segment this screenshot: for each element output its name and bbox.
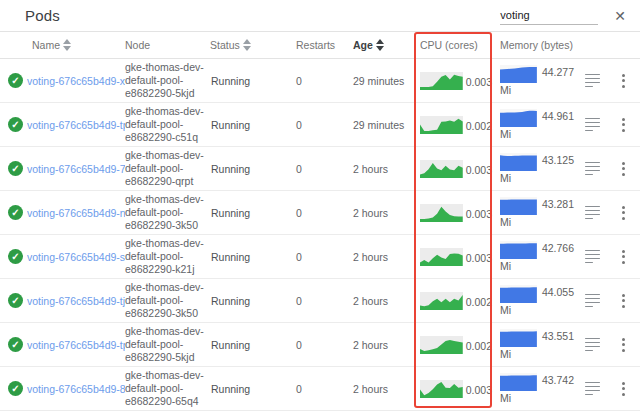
cpu-value: 0.002 xyxy=(466,297,492,310)
memory-unit: Mi xyxy=(500,172,574,184)
pod-name-link[interactable]: voting-676c65b4d9-srl xyxy=(27,251,125,263)
page-header: Pods voting ✕ xyxy=(0,0,640,32)
container-logs-icon[interactable] xyxy=(585,118,600,132)
pod-status: Running xyxy=(210,339,290,351)
more-actions-menu-icon[interactable] xyxy=(620,380,627,398)
cpu-sparkline-chart xyxy=(420,380,463,398)
node-name: gke-thomas-dev-default-pool-e8682290-5kj… xyxy=(125,325,210,364)
column-header-cpu[interactable]: CPU (cores) xyxy=(417,39,492,51)
cpu-value: 0.003 xyxy=(466,165,492,178)
pod-ok-status-icon: ✓ xyxy=(8,381,23,396)
cpu-value: 0.002 xyxy=(466,341,492,354)
pod-restarts: 0 xyxy=(290,119,350,131)
pod-age: 2 hours xyxy=(350,339,417,351)
pod-name-link[interactable]: voting-676c65b4d9-xs xyxy=(27,75,125,87)
table-row: ✓ voting-676c65b4d9-72 gke-thomas-dev-de… xyxy=(0,147,640,191)
table-row: ✓ voting-676c65b4d9-nv gke-thomas-dev-de… xyxy=(0,191,640,235)
more-actions-menu-icon[interactable] xyxy=(620,248,627,266)
container-logs-icon[interactable] xyxy=(585,382,600,396)
pod-ok-status-icon: ✓ xyxy=(8,205,23,220)
memory-value: 42.766 xyxy=(542,241,574,256)
pod-status: Running xyxy=(210,295,290,307)
sort-icon xyxy=(376,39,384,51)
memory-sparkline-chart xyxy=(500,65,537,83)
memory-value: 44.277 xyxy=(542,65,574,80)
pod-status: Running xyxy=(210,75,290,87)
column-header-restarts[interactable]: Restarts xyxy=(290,39,350,51)
more-actions-menu-icon[interactable] xyxy=(620,204,627,222)
pod-status: Running xyxy=(210,119,290,131)
pod-name-link[interactable]: voting-676c65b4d9-nv xyxy=(27,207,125,219)
column-header-name[interactable]: Name xyxy=(8,39,125,51)
memory-sparkline-chart xyxy=(500,241,537,259)
cpu-sparkline-chart xyxy=(420,72,463,90)
pod-name-link[interactable]: voting-676c65b4d9-tpj xyxy=(27,339,125,351)
table-row: ✓ voting-676c65b4d9-srl gke-thomas-dev-d… xyxy=(0,235,640,279)
pod-restarts: 0 xyxy=(290,75,350,87)
sort-icon xyxy=(243,39,251,51)
cpu-value: 0.003 xyxy=(466,209,492,222)
memory-value: 43.551 xyxy=(542,329,574,344)
pod-restarts: 0 xyxy=(290,383,350,395)
container-logs-icon[interactable] xyxy=(585,250,600,264)
memory-unit: Mi xyxy=(500,304,574,316)
pod-ok-status-icon: ✓ xyxy=(8,117,23,132)
more-actions-menu-icon[interactable] xyxy=(620,72,627,90)
table-row: ✓ voting-676c65b4d9-xs gke-thomas-dev-de… xyxy=(0,59,640,103)
memory-sparkline-chart xyxy=(500,153,537,171)
sort-icon xyxy=(63,39,71,51)
table-row: ✓ voting-676c65b4d9-tpj gke-thomas-dev-d… xyxy=(0,323,640,367)
cpu-sparkline-chart xyxy=(420,336,463,354)
pod-status: Running xyxy=(210,251,290,263)
search-input[interactable]: voting xyxy=(500,7,598,25)
more-actions-menu-icon[interactable] xyxy=(620,160,627,178)
pod-name-link[interactable]: voting-676c65b4d9-72 xyxy=(27,163,125,175)
cpu-sparkline-chart xyxy=(420,160,463,178)
pod-age: 2 hours xyxy=(350,295,417,307)
pod-status: Running xyxy=(210,163,290,175)
memory-unit: Mi xyxy=(500,392,574,404)
memory-sparkline-chart xyxy=(500,109,537,127)
cpu-sparkline-chart xyxy=(420,116,463,134)
cpu-value: 0.003 xyxy=(466,385,492,398)
pod-restarts: 0 xyxy=(290,295,350,307)
pod-restarts: 0 xyxy=(290,207,350,219)
memory-unit: Mi xyxy=(500,84,574,96)
pod-status: Running xyxy=(210,383,290,395)
more-actions-menu-icon[interactable] xyxy=(620,336,627,354)
column-header-node[interactable]: Node xyxy=(125,39,210,51)
pod-age: 2 hours xyxy=(350,163,417,175)
page-title: Pods xyxy=(25,7,60,24)
close-icon[interactable]: ✕ xyxy=(614,9,626,23)
table-row: ✓ voting-676c65b4d9-tj6 gke-thomas-dev-d… xyxy=(0,279,640,323)
memory-sparkline-chart xyxy=(500,329,537,347)
memory-value: 44.961 xyxy=(542,109,574,124)
node-name: gke-thomas-dev-default-pool-e8682290-c51… xyxy=(125,105,210,144)
column-header-age[interactable]: Age xyxy=(350,39,417,51)
pod-ok-status-icon: ✓ xyxy=(8,293,23,308)
memory-value: 43.281 xyxy=(542,197,574,212)
pod-name-link[interactable]: voting-676c65b4d9-tj6 xyxy=(27,295,125,307)
memory-unit: Mi xyxy=(500,260,574,272)
container-logs-icon[interactable] xyxy=(585,162,600,176)
container-logs-icon[interactable] xyxy=(585,74,600,88)
cpu-value: 0.002 xyxy=(466,121,492,134)
more-actions-menu-icon[interactable] xyxy=(620,292,627,310)
container-logs-icon[interactable] xyxy=(585,206,600,220)
pod-name-link[interactable]: voting-676c65b4d9-8ft xyxy=(27,383,125,395)
container-logs-icon[interactable] xyxy=(585,294,600,308)
more-actions-menu-icon[interactable] xyxy=(620,116,627,134)
search-area: voting ✕ xyxy=(500,7,626,25)
pod-age: 2 hours xyxy=(350,251,417,263)
column-header-memory[interactable]: Memory (bytes) xyxy=(492,39,574,51)
pod-status: Running xyxy=(210,207,290,219)
pod-name-link[interactable]: voting-676c65b4d9-tpr xyxy=(27,119,125,131)
memory-sparkline-chart xyxy=(500,373,537,391)
node-name: gke-thomas-dev-default-pool-e8682290-5kj… xyxy=(125,61,210,100)
column-header-status[interactable]: Status xyxy=(210,39,290,51)
pod-ok-status-icon: ✓ xyxy=(8,249,23,264)
container-logs-icon[interactable] xyxy=(585,338,600,352)
pod-ok-status-icon: ✓ xyxy=(8,337,23,352)
table-row: ✓ voting-676c65b4d9-8ft gke-thomas-dev-d… xyxy=(0,367,640,411)
node-name: gke-thomas-dev-default-pool-e8682290-3k5… xyxy=(125,281,210,320)
